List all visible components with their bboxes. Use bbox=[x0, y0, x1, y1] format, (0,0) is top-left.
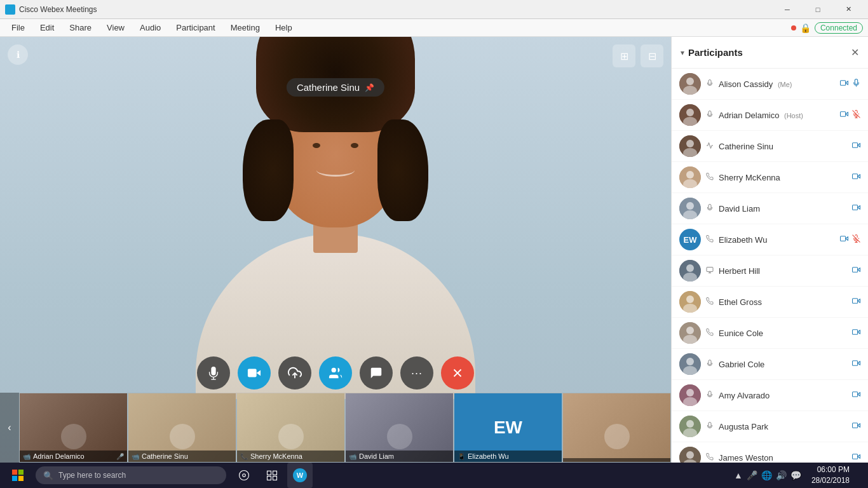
participant-mic-icon[interactable] bbox=[852, 110, 860, 120]
layout-button[interactable]: ⊞ bbox=[613, 44, 635, 67]
participant-audio-icon bbox=[706, 329, 714, 338]
mic-tray-icon[interactable]: 🎤 bbox=[747, 470, 757, 480]
svg-rect-0 bbox=[248, 369, 257, 377]
participant-name: Catherine Sinu bbox=[719, 142, 847, 151]
participant-cam-icon[interactable] bbox=[852, 328, 860, 338]
clock-date: 28/02/2018 bbox=[811, 475, 850, 486]
participant-cam-icon[interactable] bbox=[852, 141, 860, 151]
svg-point-58 bbox=[686, 358, 694, 365]
participant-cam-icon[interactable] bbox=[840, 79, 848, 89]
more-button[interactable]: ··· bbox=[400, 356, 433, 390]
participant-row[interactable]: Eunice Cole bbox=[672, 318, 868, 349]
search-bar[interactable]: 🔍 Type here to search bbox=[36, 466, 226, 484]
participant-audio-icon bbox=[706, 111, 714, 120]
task-view-icon[interactable] bbox=[259, 463, 285, 488]
menu-edit[interactable]: Edit bbox=[34, 20, 60, 35]
thumbnail-item[interactable]: 📞 Sherry McKenna bbox=[236, 393, 345, 463]
participant-cam-icon[interactable] bbox=[852, 266, 860, 276]
share-view-button[interactable]: ⊟ bbox=[641, 44, 663, 67]
maximize-button[interactable]: □ bbox=[803, 0, 832, 19]
participant-actions bbox=[840, 110, 860, 120]
participant-row[interactable]: Alison Cassidy (Me) bbox=[672, 69, 868, 100]
participant-cam-icon[interactable] bbox=[852, 297, 860, 307]
participant-row[interactable]: Herbert Hill bbox=[672, 255, 868, 287]
thumb-cam-icon: 📹 bbox=[349, 453, 356, 460]
participant-audio-icon bbox=[706, 360, 714, 369]
participant-cam-icon[interactable] bbox=[852, 390, 860, 400]
panel-title-row: ▾ Participants bbox=[681, 47, 743, 58]
participant-cam-icon[interactable] bbox=[852, 172, 860, 182]
menu-file[interactable]: File bbox=[5, 20, 31, 35]
menu-share[interactable]: Share bbox=[63, 20, 98, 35]
participant-audio-icon bbox=[706, 204, 714, 214]
panel-close-button[interactable]: ✕ bbox=[851, 46, 859, 58]
action-center-icon[interactable]: 💬 bbox=[790, 470, 801, 480]
participant-row[interactable]: Gabriel Cole bbox=[672, 349, 868, 380]
participant-cam-icon[interactable] bbox=[852, 421, 860, 431]
network-icon[interactable]: 🌐 bbox=[761, 470, 772, 480]
video-button[interactable] bbox=[238, 356, 271, 390]
participant-name: Amy Alvarado bbox=[719, 391, 847, 400]
thumbnail-item[interactable]: EW 📱 Elizabeth Wu bbox=[454, 393, 562, 463]
participant-row[interactable]: EWElizabeth Wu bbox=[672, 224, 868, 255]
thumbnail-item[interactable]: 📹 Adrian Delamico 🎤 bbox=[19, 393, 128, 463]
participant-audio-icon bbox=[706, 235, 714, 245]
thumbnail-item[interactable] bbox=[562, 393, 671, 463]
menu-meeting[interactable]: Meeting bbox=[224, 20, 266, 35]
participant-mic-icon[interactable] bbox=[852, 234, 860, 245]
menu-view[interactable]: View bbox=[100, 20, 131, 35]
chat-button[interactable] bbox=[360, 356, 393, 390]
pin-icon[interactable]: 📌 bbox=[365, 83, 374, 92]
participant-name: Adrian Delamico (Host) bbox=[719, 111, 835, 120]
mute-button[interactable] bbox=[197, 356, 230, 390]
svg-marker-34 bbox=[846, 237, 848, 240]
svg-point-53 bbox=[686, 327, 694, 334]
controls-row: ··· bbox=[197, 356, 474, 390]
menu-help[interactable]: Help bbox=[269, 20, 299, 35]
speaker-hair-right bbox=[377, 119, 428, 221]
svg-point-6 bbox=[686, 78, 694, 85]
scroll-left-arrow[interactable]: ‹ bbox=[0, 393, 19, 463]
participant-cam-icon[interactable] bbox=[840, 110, 848, 120]
thumbnail-item[interactable]: 📹 David Liam bbox=[345, 393, 454, 463]
panel-header: ▾ Participants ✕ bbox=[672, 37, 868, 69]
participant-row[interactable]: Ethel Gross bbox=[672, 287, 868, 318]
up-arrow-icon[interactable]: ▲ bbox=[734, 470, 743, 480]
speaker-name-text: Catherine Sinu bbox=[297, 82, 360, 93]
participant-row[interactable]: Amy Alvarado bbox=[672, 380, 868, 411]
participant-cam-icon[interactable] bbox=[852, 359, 860, 369]
panel-chevron-icon[interactable]: ▾ bbox=[681, 48, 684, 57]
svg-rect-107 bbox=[273, 477, 277, 480]
thumb-phone-icon: 📞 bbox=[240, 453, 248, 460]
participant-avatar: EW bbox=[679, 229, 701, 250]
participant-row[interactable]: Sherry McKenna bbox=[672, 162, 868, 193]
participants-button[interactable] bbox=[319, 356, 352, 390]
participant-actions bbox=[852, 203, 860, 214]
participant-cam-icon[interactable] bbox=[852, 203, 860, 214]
menu-participant[interactable]: Participant bbox=[170, 20, 221, 35]
svg-rect-71 bbox=[853, 423, 858, 428]
participant-row[interactable]: Catherine Sinu bbox=[672, 131, 868, 162]
minimize-button[interactable]: ─ bbox=[773, 0, 802, 19]
app-title: Cisco Webex Meetings bbox=[5, 4, 773, 15]
webex-taskbar-icon[interactable]: W bbox=[287, 463, 313, 488]
close-button[interactable]: ✕ bbox=[834, 0, 863, 19]
participant-row[interactable]: David Liam bbox=[672, 193, 868, 224]
participant-row[interactable]: Adrian Delamico (Host) bbox=[672, 100, 868, 131]
participant-cam-icon[interactable] bbox=[840, 234, 848, 245]
cortana-icon[interactable] bbox=[231, 463, 257, 488]
info-button[interactable]: ℹ bbox=[8, 44, 28, 65]
svg-rect-99 bbox=[18, 470, 24, 475]
participant-mic-icon[interactable] bbox=[852, 79, 860, 89]
share-button[interactable] bbox=[278, 356, 311, 390]
svg-point-2 bbox=[332, 368, 336, 372]
participant-row[interactable]: James Weston bbox=[672, 442, 868, 463]
svg-point-40 bbox=[686, 264, 694, 272]
participant-row[interactable]: Augusta Park bbox=[672, 411, 868, 442]
speaker-icon[interactable]: 🔊 bbox=[776, 470, 787, 480]
start-button[interactable] bbox=[5, 463, 31, 488]
menu-audio[interactable]: Audio bbox=[133, 20, 167, 35]
thumbnail-item[interactable]: 📹 Catherine Sinu bbox=[128, 393, 236, 463]
participant-cam-icon[interactable] bbox=[852, 452, 860, 463]
end-call-button[interactable] bbox=[441, 356, 474, 390]
